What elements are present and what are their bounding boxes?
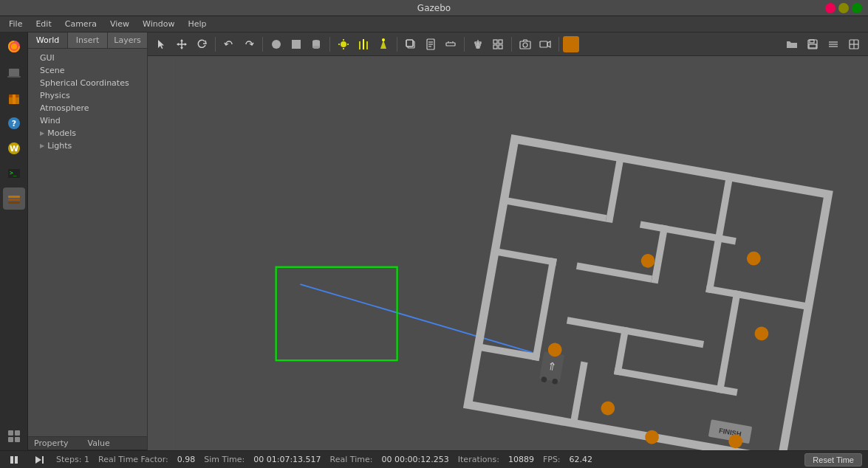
select-tool-btn[interactable] xyxy=(152,35,171,54)
tree-label: Wind xyxy=(40,116,61,125)
copy-btn[interactable] xyxy=(401,35,420,54)
svg-point-31 xyxy=(341,41,346,47)
iterations-label: Iterations: xyxy=(458,455,499,464)
tree-item-spherical[interactable]: Spherical Coordinates xyxy=(28,77,147,89)
translate-tool-btn[interactable] xyxy=(172,35,191,54)
svg-rect-2 xyxy=(9,69,19,77)
toolbar-group-undo xyxy=(219,35,259,54)
svg-rect-42 xyxy=(406,40,413,47)
svg-marker-24 xyxy=(177,43,179,46)
left-panel: World Insert Layers GUI Scene Spherical … xyxy=(28,32,148,450)
cylinder-btn[interactable] xyxy=(307,35,326,54)
real-time-label: Real Time: xyxy=(330,455,373,464)
grid-icon[interactable] xyxy=(3,425,25,447)
svg-rect-19 xyxy=(15,437,20,442)
rotate-tool-btn[interactable] xyxy=(192,35,211,54)
fps-value: 62.42 xyxy=(570,455,593,464)
tree-item-scene[interactable]: Scene xyxy=(28,64,147,77)
svg-point-40 xyxy=(382,38,385,41)
toolbar-group-misc xyxy=(401,35,460,54)
step-button[interactable] xyxy=(31,453,47,467)
tree-label: Physics xyxy=(40,91,70,100)
svg-rect-3 xyxy=(7,76,21,78)
video-btn[interactable] xyxy=(536,35,555,54)
menu-window[interactable]: Window xyxy=(137,18,180,30)
svg-rect-108 xyxy=(42,456,44,464)
sep-6 xyxy=(511,37,512,52)
question-icon[interactable]: ? xyxy=(3,112,25,134)
titlebar: Gazebo xyxy=(0,0,868,16)
steps-label: Steps: 1 xyxy=(56,455,89,464)
svg-rect-15 xyxy=(8,202,20,204)
toolbar-group-view xyxy=(468,35,508,54)
close-button[interactable] xyxy=(825,3,835,13)
toolbar-group-select xyxy=(152,35,211,54)
redo-btn[interactable] xyxy=(239,35,259,54)
save-btn[interactable] xyxy=(803,35,822,54)
svg-rect-14 xyxy=(8,199,20,201)
svg-point-61 xyxy=(523,43,527,47)
tree-item-lights[interactable]: ▶ Lights xyxy=(28,140,147,152)
menu-edit[interactable]: Edit xyxy=(30,18,57,30)
minimize-button[interactable] xyxy=(838,3,849,13)
svg-rect-6 xyxy=(13,94,16,104)
tab-world[interactable]: World xyxy=(28,32,68,48)
snap-btn[interactable] xyxy=(488,35,508,54)
content-area: ? W >_ xyxy=(0,32,868,450)
icon-sidebar: ? W >_ xyxy=(0,32,28,450)
tree-item-atmosphere[interactable]: Atmosphere xyxy=(28,102,147,114)
tree-label: Atmosphere xyxy=(40,103,89,113)
svg-rect-16 xyxy=(8,430,13,436)
svg-marker-63 xyxy=(547,41,550,47)
menu-view[interactable]: View xyxy=(104,18,135,30)
tree-item-models[interactable]: ▶ Models xyxy=(28,127,147,140)
folder-btn[interactable] xyxy=(782,35,802,54)
tree-label: Spherical Coordinates xyxy=(40,78,129,88)
world-icon[interactable] xyxy=(3,62,25,84)
sphere-btn[interactable] xyxy=(267,35,286,54)
overlay-btn[interactable] xyxy=(844,35,864,54)
point-light-btn[interactable] xyxy=(334,35,353,54)
maximize-button[interactable] xyxy=(852,3,862,13)
svg-rect-56 xyxy=(493,40,497,44)
align-btn[interactable] xyxy=(468,35,488,54)
undo-btn[interactable] xyxy=(219,35,239,54)
paste-btn[interactable] xyxy=(421,35,440,54)
svg-point-30 xyxy=(312,46,320,49)
svg-rect-59 xyxy=(499,45,502,49)
spot-light-btn[interactable] xyxy=(374,35,393,54)
settings-btn[interactable] xyxy=(824,35,843,54)
svg-marker-107 xyxy=(35,456,41,464)
tab-layers[interactable]: Layers xyxy=(108,32,147,48)
dir-light-btn[interactable] xyxy=(354,35,373,54)
pause-button[interactable] xyxy=(6,453,22,467)
svg-rect-65 xyxy=(810,40,814,43)
svg-rect-62 xyxy=(540,41,547,47)
svg-marker-23 xyxy=(180,47,183,49)
reset-time-button[interactable]: Reset Time xyxy=(804,453,862,467)
measure-btn[interactable] xyxy=(441,35,460,54)
tab-insert[interactable]: Insert xyxy=(68,32,108,48)
package-icon[interactable] xyxy=(3,87,25,109)
real-time-value: 00 00:00:12.253 xyxy=(381,455,448,464)
toolbar-group-orange xyxy=(563,36,579,52)
arrow-icon: ▶ xyxy=(40,142,44,149)
w-icon[interactable]: W xyxy=(3,137,25,159)
menu-help[interactable]: Help xyxy=(182,18,212,30)
tree-item-gui[interactable]: GUI xyxy=(28,52,147,64)
camera-btn[interactable] xyxy=(516,35,535,54)
toolbar-group-lights xyxy=(334,35,393,54)
tree-item-physics[interactable]: Physics xyxy=(28,89,147,102)
menu-file[interactable]: File xyxy=(3,18,28,30)
firefox-icon[interactable] xyxy=(3,35,25,58)
layers-icon[interactable] xyxy=(3,187,25,210)
tree-item-wind[interactable]: Wind xyxy=(28,114,147,127)
box-btn[interactable] xyxy=(287,35,306,54)
menu-camera[interactable]: Camera xyxy=(59,18,103,30)
rt-factor-label: Real Time Factor: xyxy=(98,455,168,464)
terminal-icon[interactable]: >_ xyxy=(3,162,25,185)
svg-text:?: ? xyxy=(11,119,16,128)
toolbar-group-shapes xyxy=(267,35,326,54)
viewport[interactable]: FINISH ⇑ xyxy=(148,56,868,450)
svg-point-26 xyxy=(272,40,281,49)
